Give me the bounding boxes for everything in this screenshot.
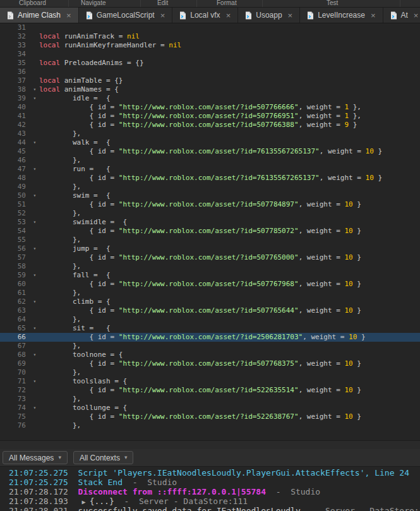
code-line[interactable]: 60 { id = "http://www.roblox.com/asset/?…: [0, 280, 420, 289]
line-number[interactable]: 63: [0, 306, 30, 315]
line-number[interactable]: 72: [0, 386, 30, 395]
code-line[interactable]: 76 },: [0, 421, 420, 430]
code-line[interactable]: 49 },: [0, 183, 420, 191]
code-line[interactable]: 36: [0, 68, 420, 76]
line-number[interactable]: 35: [0, 59, 30, 68]
line-number[interactable]: 74: [0, 404, 30, 412]
line-number[interactable]: 65: [0, 324, 30, 333]
line-number[interactable]: 56: [0, 244, 30, 253]
line-number[interactable]: 31: [0, 23, 30, 32]
close-icon[interactable]: ×: [371, 11, 376, 20]
code-line[interactable]: 56▾ jump = {: [0, 244, 420, 253]
fold-arrow-icon[interactable]: ▾: [30, 191, 39, 200]
code-line[interactable]: 55 },: [0, 236, 420, 244]
line-number[interactable]: 47: [0, 165, 30, 174]
line-number[interactable]: 52: [0, 209, 30, 218]
line-number[interactable]: 36: [0, 68, 30, 76]
line-number[interactable]: 54: [0, 227, 30, 236]
line-number[interactable]: 43: [0, 129, 30, 138]
code-line[interactable]: 71▾ toolslash = {: [0, 377, 420, 386]
line-number[interactable]: 51: [0, 200, 30, 209]
line-number[interactable]: 32: [0, 32, 30, 41]
code-line[interactable]: 33local runAnimKeyframeHandler = nil: [0, 41, 420, 50]
code-line[interactable]: 67 },: [0, 342, 420, 351]
fold-arrow-icon[interactable]: ▾: [30, 351, 39, 359]
line-number[interactable]: 70: [0, 368, 30, 377]
line-number[interactable]: 38: [0, 85, 30, 94]
close-icon[interactable]: ×: [288, 11, 293, 20]
close-icon[interactable]: ×: [226, 11, 231, 20]
code-line[interactable]: 48 { id = "http://www.roblox.com/asset/?…: [0, 174, 420, 183]
expand-arrow-icon[interactable]: ▶: [78, 498, 90, 505]
line-number[interactable]: 66: [0, 333, 30, 342]
code-line[interactable]: 64 },: [0, 315, 420, 324]
code-line[interactable]: 68▾ toolnone = {: [0, 351, 420, 359]
fold-arrow-icon[interactable]: ▾: [30, 218, 39, 227]
line-number[interactable]: 39: [0, 94, 30, 103]
code-line[interactable]: 63 { id = "http://www.roblox.com/asset/?…: [0, 306, 420, 315]
line-number[interactable]: 48: [0, 174, 30, 183]
code-line[interactable]: 35local PreloadedAnims = {}: [0, 59, 420, 68]
code-line[interactable]: 70 },: [0, 368, 420, 377]
line-number[interactable]: 69: [0, 359, 30, 368]
code-line[interactable]: 37local animTable = {}: [0, 76, 420, 85]
fold-arrow-icon[interactable]: ▾: [30, 271, 39, 280]
code-line[interactable]: 65▾ sit = {: [0, 324, 420, 333]
line-number[interactable]: 61: [0, 289, 30, 298]
document-tab-local-vfx[interactable]: Local vfx×: [172, 8, 238, 23]
code-line[interactable]: 40 { id = "http://www.roblox.com/asset/?…: [0, 103, 420, 112]
code-line[interactable]: 69 { id = "http://www.roblox.com/asset/?…: [0, 359, 420, 368]
line-number[interactable]: 75: [0, 412, 30, 421]
code-line[interactable]: 44▾ walk = {: [0, 138, 420, 147]
code-line[interactable]: 62▾ climb = {: [0, 298, 420, 306]
code-line[interactable]: 66 { id = "http://www.roblox.com/asset/?…: [0, 333, 420, 342]
document-tab-usoapp[interactable]: Usoapp×: [238, 8, 300, 23]
code-line[interactable]: 34: [0, 50, 420, 59]
code-line[interactable]: 41 { id = "http://www.roblox.com/asset/?…: [0, 112, 420, 121]
fold-arrow-icon[interactable]: ▾: [30, 404, 39, 412]
line-number[interactable]: 42: [0, 121, 30, 129]
code-line[interactable]: 74▾ toollunge = {: [0, 404, 420, 412]
line-number[interactable]: 44: [0, 138, 30, 147]
close-icon[interactable]: ×: [66, 11, 71, 20]
code-line[interactable]: 73 },: [0, 395, 420, 404]
line-number[interactable]: 71: [0, 377, 30, 386]
line-number[interactable]: 60: [0, 280, 30, 289]
panel-splitter[interactable]: [0, 440, 420, 449]
code-line[interactable]: 32local runAnimTrack = nil: [0, 32, 420, 41]
code-line[interactable]: 53▾ swimidle = {: [0, 218, 420, 227]
line-number[interactable]: 33: [0, 41, 30, 50]
code-line[interactable]: 57 { id = "http://www.roblox.com/asset/?…: [0, 253, 420, 262]
code-line[interactable]: 42 { id = "http://www.roblox.com/asset/?…: [0, 121, 420, 129]
close-icon[interactable]: ×: [414, 11, 419, 20]
code-line[interactable]: 72 { id = "http://www.roblox.com/asset/?…: [0, 386, 420, 395]
code-line[interactable]: 46 },: [0, 156, 420, 165]
line-number[interactable]: 37: [0, 76, 30, 85]
fold-arrow-icon[interactable]: ▾: [30, 165, 39, 174]
code-line[interactable]: 51 { id = "http://www.roblox.com/asset/?…: [0, 200, 420, 209]
document-tab-anime-clash[interactable]: Anime Clash×: [0, 8, 79, 23]
line-number[interactable]: 64: [0, 315, 30, 324]
all-contexts-filter[interactable]: All Contexts ▾: [73, 451, 134, 464]
line-number[interactable]: 68: [0, 351, 30, 359]
fold-arrow-icon[interactable]: ▾: [30, 94, 39, 103]
close-icon[interactable]: ×: [160, 11, 165, 20]
all-messages-filter[interactable]: All Messages ▾: [3, 451, 68, 464]
fold-arrow-icon[interactable]: ▾: [30, 377, 39, 386]
fold-arrow-icon[interactable]: ▾: [30, 324, 39, 333]
document-tab-levelincrease[interactable]: LevelIncrease×: [300, 8, 383, 23]
code-line[interactable]: 47▾ run = {: [0, 165, 420, 174]
line-number[interactable]: 58: [0, 262, 30, 271]
line-number[interactable]: 45: [0, 147, 30, 156]
code-line[interactable]: 54 { id = "http://www.roblox.com/asset/?…: [0, 227, 420, 236]
line-number[interactable]: 76: [0, 421, 30, 430]
document-tab-gamelocalscript[interactable]: GameLocalScript×: [79, 8, 173, 23]
code-line[interactable]: 43 },: [0, 129, 420, 138]
code-line[interactable]: 31: [0, 23, 420, 32]
code-line[interactable]: 45 { id = "http://www.roblox.com/asset/?…: [0, 147, 420, 156]
output-log[interactable]: 21:07:25.275 Script 'Players.IEatNoodles…: [0, 467, 420, 511]
fold-arrow-icon[interactable]: ▾: [30, 138, 39, 147]
line-number[interactable]: 34: [0, 50, 30, 59]
code-line[interactable]: 50▾ swim = {: [0, 191, 420, 200]
line-number[interactable]: 73: [0, 395, 30, 404]
